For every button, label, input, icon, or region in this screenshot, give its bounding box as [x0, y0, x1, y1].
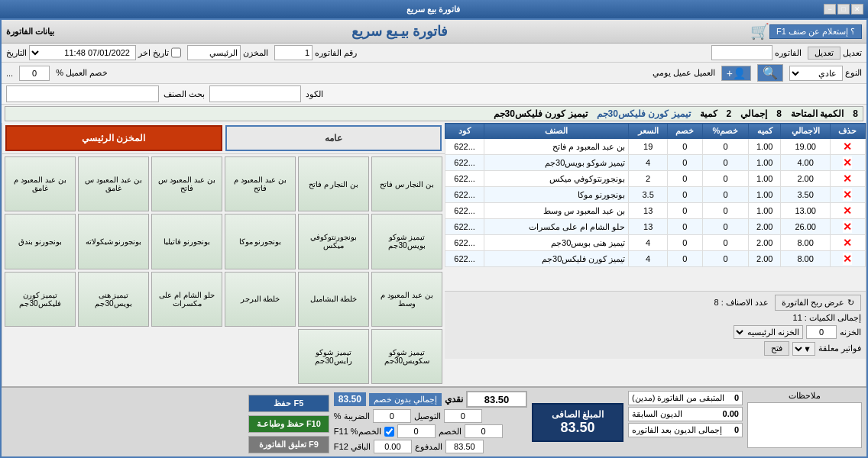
search-input[interactable] — [6, 85, 159, 102]
close-button[interactable]: ✕ — [851, 4, 863, 15]
delete-row-button[interactable]: ✕ — [843, 173, 852, 185]
delete-row-button[interactable]: ✕ — [843, 253, 852, 265]
pause-button[interactable]: F9 تعليق الفاتورة — [248, 436, 329, 453]
product-button[interactable]: بن النجار س فاتح — [371, 156, 442, 211]
notes-textarea[interactable] — [747, 402, 862, 448]
pending-select[interactable]: ▼ — [792, 342, 815, 356]
customer-discount-input[interactable] — [19, 66, 50, 81]
discount-pct-cell: 0 — [703, 171, 749, 187]
price-cell: 4 — [629, 155, 667, 171]
product-button[interactable]: بونجورنو موكا — [225, 214, 296, 269]
main-window: ؟ إستعلام عن صنف F1 🛒 فاتورة بيـيع سريع … — [0, 18, 868, 458]
product-button[interactable]: بن عبد المعبود م فاتح — [225, 156, 296, 211]
minimize-button[interactable]: − — [824, 4, 836, 15]
delete-row-button[interactable]: ✕ — [843, 205, 852, 217]
discount-pct-cell: 0 — [703, 139, 749, 155]
product-button[interactable]: بونجورنو شيكولاته — [78, 214, 149, 269]
remaining-label: المتبقى من الفاتورة (مدين) — [632, 393, 725, 403]
product-button[interactable]: بن عبد المعبود س فاتح — [151, 156, 222, 211]
total-value: 8 — [776, 108, 782, 119]
customer-discount-label: خصم العميل % — [56, 68, 108, 78]
product-button[interactable]: تيميز كورن فليكس30جم — [5, 272, 76, 327]
no-discount-value: 83.50 — [334, 392, 366, 406]
product-button[interactable]: تيميز شوكو رايس30جم — [298, 329, 369, 384]
search-btn-customer[interactable]: 🔍 — [757, 64, 783, 82]
product-button[interactable]: تيميز شوكو بويس30جم — [371, 214, 442, 269]
warehouse-value-input[interactable] — [806, 325, 837, 339]
remaining-value: 0 — [734, 393, 739, 403]
discount-pct-cell: 0 — [703, 155, 749, 171]
net-total-value: 83.50 — [542, 420, 613, 436]
table-row: ✕ 8.00 2.00 0 0 4 تيميز كورن فليكس30جم .… — [445, 251, 866, 267]
product-button[interactable]: بونجورنو فاتيليا — [151, 214, 222, 269]
delete-row-button[interactable]: ✕ — [843, 140, 852, 153]
item-name-cell: بن عبد المعبود م فاتح — [484, 139, 629, 155]
code-input[interactable] — [209, 85, 301, 102]
price-cell: 13 — [629, 203, 667, 219]
edit-button[interactable]: تعديل — [808, 47, 840, 60]
print-save-button[interactable]: F10 حفظ وطباعـة — [248, 415, 329, 433]
help-button[interactable]: ؟ إستعلام عن صنف F1 — [769, 24, 862, 39]
product-button[interactable]: تيميز شوكو سكويس30جم — [371, 329, 442, 384]
invoice-table: حذف الاجمالي كميه خصم% خصم السعر الصنف ك… — [445, 123, 866, 267]
balance-input[interactable] — [374, 440, 412, 453]
cash-input[interactable] — [466, 391, 527, 408]
net-total-section: المبلغ الصافى 83.50 — [532, 391, 623, 453]
title-bar: ✕ □ − فاتورة بيع سريع — [0, 0, 868, 18]
ellipsis-label: ... — [6, 69, 13, 78]
last-date-checkbox[interactable] — [171, 45, 181, 60]
price-cell: 2 — [629, 171, 667, 187]
tax-input[interactable] — [373, 409, 411, 423]
product-button[interactable]: خلطة البشاميل — [298, 272, 369, 327]
open-pending-button[interactable]: فتح — [764, 341, 789, 356]
maximize-button[interactable]: □ — [837, 4, 850, 15]
paid-input[interactable] — [445, 440, 484, 453]
profit-btn-label: عرض ربح الفاتورة — [782, 298, 844, 308]
delete-row-button[interactable]: ✕ — [843, 221, 852, 233]
product-label-prefix: تيميز كورن فليكس30جم — [494, 108, 588, 119]
product-button[interactable]: بن عبد المعبود م غامق — [5, 156, 76, 211]
delete-row-button[interactable]: ✕ — [843, 237, 852, 249]
discount-amt-input[interactable] — [465, 424, 503, 438]
item-name-cell: بن عبد المعبود س وسط — [484, 203, 629, 219]
product-button[interactable]: خلطة البرجر — [225, 272, 296, 327]
pending-label: فواتير معلقة — [818, 344, 861, 353]
product-button[interactable]: بن النجار م فاتح — [298, 156, 369, 211]
product-button[interactable]: بن عبد المعبود س غامق — [78, 156, 149, 211]
prev-debt-label: الديون السابقة — [632, 409, 682, 419]
table-row: ✕ 13.00 1.00 0 0 13 بن عبد المعبود س وسط… — [445, 203, 866, 219]
add-customer-button[interactable]: 👤+ — [721, 66, 751, 81]
category-general[interactable]: عامه — [225, 125, 442, 151]
warehouse-select[interactable]: الخزنه الرئيسيه — [734, 325, 803, 339]
invoice-search-input[interactable] — [711, 45, 772, 60]
product-button[interactable]: حلو الشام ام على مكسرات — [151, 272, 222, 327]
product-button[interactable]: بونجورنتوكوفي ميكس — [298, 214, 369, 269]
save-button[interactable]: F5 حفظ — [248, 395, 329, 412]
item-name-cell: تيميز كورن فليكس30جم — [484, 251, 629, 267]
warehouse-input[interactable]: الرئيسي — [187, 45, 241, 60]
qty-cell: 2.00 — [748, 219, 781, 235]
discount-f11-checkbox[interactable] — [384, 427, 394, 437]
product-button[interactable]: بونجورنو بندق — [5, 214, 76, 269]
customer-row: النوع عادي 🔍 👤+ العميل عميل يومي خصم الع… — [2, 63, 866, 84]
qty-label: كمية — [700, 108, 717, 119]
type-select[interactable]: عادي — [789, 66, 843, 81]
qty-cell: 1.00 — [748, 203, 781, 219]
profit-button[interactable]: ↻ عرض ربح الفاتورة — [775, 295, 861, 311]
prev-debt-value: 0.00 — [723, 409, 739, 419]
product-button[interactable]: بن عبد المعبود م وسط — [371, 272, 442, 327]
invoice-num-input[interactable]: 1 — [274, 45, 313, 60]
payment-section: نقدي إجمالي بدون خصم 83.50 التوصيل الضري… — [334, 391, 527, 453]
product-button[interactable]: تيميز هنى بويس30جم — [78, 272, 149, 327]
table-area: حذف الاجمالي كميه خصم% خصم السعر الصنف ك… — [445, 123, 866, 386]
price-cell: 3.5 — [629, 187, 667, 203]
date-select[interactable]: 07/01/2022 11:48 — [29, 45, 136, 60]
table-scroll-container[interactable]: حذف الاجمالي كميه خصم% خصم السعر الصنف ك… — [445, 123, 866, 291]
delete-row-button[interactable]: ✕ — [843, 156, 852, 169]
invoice-controls-row: تعديل تعديل الفاتوره رقم الفاتوره 1 المخ… — [2, 44, 866, 63]
category-main-warehouse[interactable]: المخزن الرئيسي — [5, 125, 222, 151]
qty-cell: 2.00 — [748, 251, 781, 267]
delete-row-button[interactable]: ✕ — [843, 189, 852, 201]
delivery-input[interactable] — [444, 409, 482, 423]
discount-f11-input[interactable] — [397, 424, 436, 438]
